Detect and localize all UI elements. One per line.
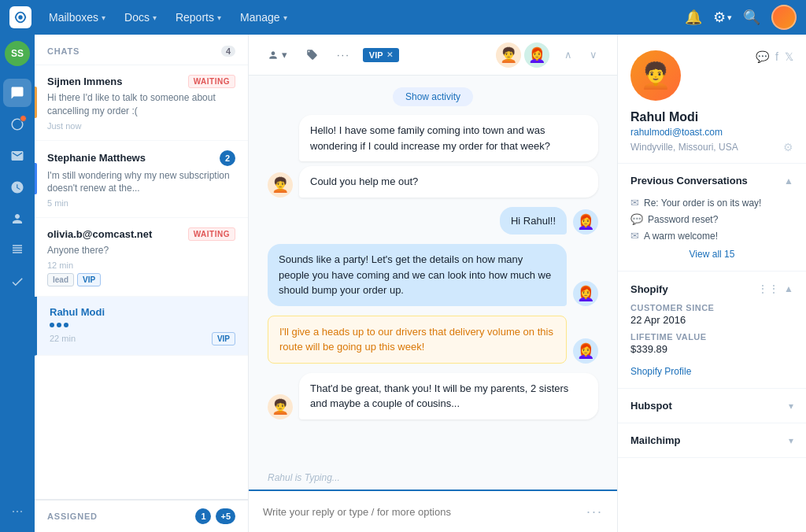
right-panel: 🧑‍🦱 💬 f 𝕏 Rahul Modi rahulmodi@toast.com… bbox=[617, 35, 806, 532]
facebook-icon[interactable]: f bbox=[775, 50, 778, 63]
notification-bell-icon[interactable]: 🔔 bbox=[685, 9, 702, 26]
settings-button[interactable]: ⚙ ▾ bbox=[713, 9, 732, 26]
hubspot-expand-icon: ▾ bbox=[789, 401, 793, 412]
message-bubble: Hi Rahul!! bbox=[500, 207, 567, 235]
ellipsis-icon: ··· bbox=[337, 49, 350, 61]
chats-section-title: CHATS bbox=[47, 46, 79, 56]
chat-item-active[interactable]: Rahul Modi 22 min VIP bbox=[35, 297, 248, 356]
vip-remove-button[interactable]: ✕ bbox=[386, 50, 393, 59]
prev-conv-item[interactable]: 💬 Password reset? bbox=[630, 211, 793, 227]
chat-area-header: ▾ ··· VIP ✕ 🧑‍🦱 👩‍🦰 bbox=[249, 35, 617, 76]
nav-manage[interactable]: Manage ▾ bbox=[232, 6, 295, 28]
reply-more-button[interactable]: ··· bbox=[586, 504, 603, 520]
hubspot-section[interactable]: Hubspot ▾ bbox=[618, 389, 806, 423]
sidebar-icon-email[interactable] bbox=[3, 142, 31, 170]
show-activity-button[interactable]: Show activity bbox=[393, 87, 473, 106]
sidebar-user-avatar[interactable]: SS bbox=[5, 41, 30, 66]
app-logo[interactable] bbox=[9, 6, 31, 28]
chat-icon[interactable]: 💬 bbox=[756, 50, 769, 63]
mailchimp-expand-icon: ▾ bbox=[789, 435, 793, 446]
sidebar-icon-chat[interactable] bbox=[3, 79, 31, 107]
prev-conv-header[interactable]: Previous Conversations ▲ bbox=[630, 175, 793, 187]
user-avatar[interactable] bbox=[771, 5, 797, 30]
vip-active-tag[interactable]: VIP ✕ bbox=[363, 48, 399, 62]
assigned-section[interactable]: ASSIGNED 1 +5 bbox=[35, 499, 248, 532]
sidebar-icon-tasks[interactable] bbox=[3, 268, 31, 296]
sidebar-more-icon[interactable]: ··· bbox=[5, 497, 29, 526]
contact-profile: 🧑‍🦱 💬 f 𝕏 Rahul Modi rahulmodi@toast.com… bbox=[618, 35, 806, 164]
unread-badge: 2 bbox=[220, 150, 235, 166]
prev-conv-actions: ▲ bbox=[784, 175, 793, 187]
previous-conversations-section: Previous Conversations ▲ ✉ Re: Your orde… bbox=[618, 164, 806, 272]
hubspot-title: Hubspot bbox=[630, 400, 672, 412]
agent-avatar-1: 🧑‍🦱 bbox=[496, 42, 521, 68]
assign-label: ▾ bbox=[282, 49, 287, 61]
shopify-collapse-icon[interactable]: ▲ bbox=[784, 283, 793, 294]
sidebar-icon-database[interactable] bbox=[3, 236, 31, 264]
chat-indicator bbox=[35, 163, 37, 194]
more-options-button[interactable]: ··· bbox=[331, 45, 357, 65]
contact-email[interactable]: rahulmodi@toast.com bbox=[630, 127, 793, 138]
message-bubble: Could you help me out? bbox=[299, 166, 598, 198]
sidebar-icon-contacts[interactable] bbox=[3, 205, 31, 233]
chat-item-top: Rahul Modi bbox=[50, 306, 235, 318]
next-chat-button[interactable]: ∨ bbox=[582, 44, 604, 66]
chat-item[interactable]: Sijmen Immens WAITING Hi there I'd like … bbox=[35, 65, 248, 141]
prev-conv-title: Previous Conversations bbox=[630, 175, 748, 187]
agent-avatar: 👩‍🦰 bbox=[573, 281, 598, 306]
twitter-icon[interactable]: 𝕏 bbox=[785, 50, 793, 63]
search-icon[interactable]: 🔍 bbox=[743, 9, 760, 26]
chat-item-name: olivia.b@comcast.net bbox=[47, 228, 152, 240]
docs-chevron: ▾ bbox=[153, 13, 157, 22]
shopify-grid-icon[interactable]: ⋮⋮ bbox=[757, 283, 779, 295]
prev-chat-button[interactable]: ∧ bbox=[557, 44, 579, 66]
main-layout: SS ··· CHATS 4 bbox=[0, 35, 806, 532]
chat-item-tags: lead VIP bbox=[47, 273, 235, 286]
assign-button[interactable]: ▾ bbox=[261, 45, 294, 65]
chat-item[interactable]: olivia.b@comcast.net WAITING Anyone ther… bbox=[35, 218, 248, 297]
chat-area: ▾ ··· VIP ✕ 🧑‍🦱 👩‍🦰 bbox=[249, 35, 617, 532]
chat-item-top: Sijmen Immens WAITING bbox=[47, 75, 235, 88]
view-all-link[interactable]: View all 15 bbox=[630, 249, 793, 260]
chat-icon: 💬 bbox=[630, 213, 643, 225]
show-activity: Show activity bbox=[268, 91, 598, 102]
reply-box: ··· bbox=[249, 490, 617, 532]
chat-list-panel: CHATS 4 Sijmen Immens WAITING Hi there I… bbox=[35, 35, 249, 532]
lifetime-value-label: Lifetime Value bbox=[630, 332, 793, 342]
shopify-profile-link[interactable]: Shopify Profile bbox=[630, 366, 691, 377]
tag-button[interactable] bbox=[300, 45, 324, 65]
prev-conv-item[interactable]: ✉ A warm welcome! bbox=[630, 227, 793, 244]
chat-list-scroll: Sijmen Immens WAITING Hi there I'd like … bbox=[35, 65, 248, 499]
reports-chevron: ▾ bbox=[217, 13, 221, 22]
sidebar-icon-inbox[interactable] bbox=[3, 110, 31, 139]
mailboxes-chevron: ▾ bbox=[102, 13, 105, 22]
customer-since-field: Customer Since 22 Apr 2016 bbox=[630, 303, 793, 326]
chat-item-top: Stephanie Matthews 2 bbox=[47, 150, 235, 166]
settings-chevron-icon: ▾ bbox=[727, 13, 732, 23]
prev-conv-collapse-icon[interactable]: ▲ bbox=[784, 175, 793, 187]
gear-icon: ⚙ bbox=[713, 9, 726, 26]
shopify-header[interactable]: Shopify ⋮⋮ ▲ bbox=[630, 283, 793, 295]
chat-item[interactable]: Stephanie Matthews 2 I'm still wondering… bbox=[35, 141, 248, 219]
chat-item-name: Rahul Modi bbox=[50, 306, 105, 318]
nav-docs[interactable]: Docs ▾ bbox=[116, 6, 165, 28]
svg-point-0 bbox=[18, 15, 22, 19]
message-bubble: Hello! I have some family coming into to… bbox=[299, 115, 598, 161]
messages-area: Show activity 🧑‍🦱 Hello! I have some fam… bbox=[249, 76, 617, 466]
customer-avatar: 🧑‍🦱 bbox=[268, 172, 293, 198]
prev-conv-item[interactable]: ✉ Re: Your order is on its way! bbox=[630, 194, 793, 211]
nav-mailboxes[interactable]: Mailboxes ▾ bbox=[41, 6, 113, 28]
nav-reports[interactable]: Reports ▾ bbox=[168, 6, 229, 28]
assigned-extra-badge: +5 bbox=[216, 508, 235, 524]
waiting-badge: WAITING bbox=[188, 227, 235, 241]
mailchimp-section[interactable]: Mailchimp ▾ bbox=[618, 423, 806, 458]
location-settings-icon[interactable]: ⚙ bbox=[783, 141, 793, 153]
manage-chevron: ▾ bbox=[283, 13, 287, 22]
reply-input[interactable] bbox=[263, 506, 586, 518]
avatar-row: 🧑‍🦱 💬 f 𝕏 bbox=[630, 50, 793, 101]
message-row: 🧑‍🦱 Hello! I have some family coming int… bbox=[268, 115, 598, 198]
sidebar-icon-clock[interactable] bbox=[3, 173, 31, 201]
customer-since-value: 22 Apr 2016 bbox=[630, 314, 793, 326]
message-bubble: That'd be great, thank you! It will be m… bbox=[299, 373, 598, 419]
header-avatars: 🧑‍🦱 👩‍🦰 bbox=[496, 42, 549, 68]
